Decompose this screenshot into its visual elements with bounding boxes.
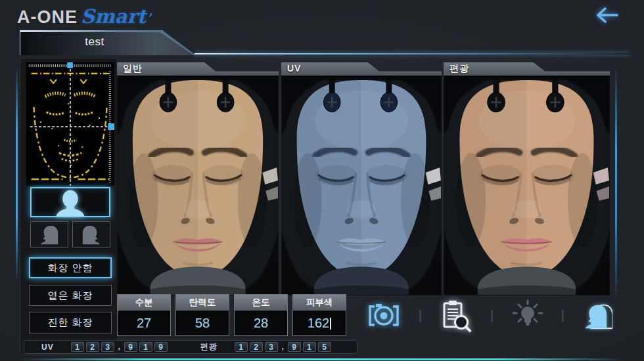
digit: 2 (86, 342, 99, 352)
bottom-glow-line (20, 358, 624, 360)
digit: 1 (71, 342, 84, 352)
brand-logo: A-ONE Smart ’ (17, 5, 153, 28)
digit: 3 (265, 342, 278, 352)
measurement-row: 수분 27 탄력도 58 온도 28 피부색 162 (117, 294, 346, 336)
panel-header-shape (281, 62, 442, 75)
panel-normal-label: 일반 (123, 63, 143, 75)
value-text: 27 (137, 316, 151, 331)
value-text: 28 (254, 316, 268, 331)
measure-skin-color: 피부색 162 (292, 294, 346, 336)
panel-uv: UV (281, 62, 442, 295)
right-profile-icon (80, 224, 103, 245)
front-face-icon (54, 188, 87, 217)
uv-readout-digits: 1 2 3 , 9 1 9 (71, 342, 168, 352)
a-one-smart-app: A-ONE Smart ’ test (0, 0, 644, 361)
toolbar-divider (562, 309, 564, 322)
face-profile-icon (582, 300, 612, 331)
value-text: 162 (308, 316, 329, 331)
action-toolbar (363, 295, 616, 336)
toolbar-divider (419, 309, 421, 322)
measure-temperature-label: 온도 (235, 295, 287, 311)
measure-temperature: 온도 28 (234, 294, 288, 336)
makeup-heavy-button[interactable]: 진한 화장 (29, 312, 112, 333)
makeup-none-button[interactable]: 화장 안함 (29, 257, 112, 278)
digit: 3 (101, 342, 114, 352)
panel-uv-label: UV (287, 63, 301, 74)
makeup-light-button[interactable]: 옅은 화장 (29, 285, 112, 306)
view-right-profile-button[interactable] (72, 221, 110, 247)
light-bulb-icon (512, 299, 543, 333)
light-button[interactable] (512, 299, 543, 333)
measure-elasticity-label: 탄력도 (176, 295, 229, 311)
measure-elasticity-value[interactable]: 58 (176, 311, 229, 335)
position-readout-strip: UV 1 2 3 , 9 1 9 편광 1 2 3 , 9 1 5 (24, 340, 357, 354)
panel-normal-header: 일반 (117, 62, 279, 75)
digit: 1 (235, 342, 248, 352)
digit: 9 (154, 342, 168, 352)
toolbar-divider (491, 309, 493, 322)
digit: 5 (318, 342, 331, 352)
photo-normal[interactable] (117, 75, 279, 295)
measure-moisture-label: 수분 (118, 295, 170, 311)
digit: 2 (250, 342, 263, 352)
measure-moisture: 수분 27 (117, 294, 171, 336)
tab-test-label[interactable]: test (20, 35, 170, 49)
view-left-profile-button[interactable] (30, 221, 68, 247)
measure-elasticity: 탄력도 58 (175, 294, 229, 336)
digit: 9 (288, 342, 301, 352)
back-arrow-icon[interactable] (593, 5, 621, 25)
camera-button[interactable] (367, 301, 401, 330)
left-glow-line (16, 66, 18, 282)
panel-polarized-label: 편광 (449, 63, 469, 75)
panel-normal: 일반 (117, 62, 279, 295)
digit: 9 (124, 342, 137, 352)
face-edge-map[interactable] (26, 62, 114, 186)
camera-icon (367, 301, 401, 330)
digit: 1 (303, 342, 316, 352)
photo-polarized[interactable] (444, 75, 610, 295)
digit-separator: , (280, 342, 286, 352)
right-slider-handle[interactable] (108, 123, 114, 130)
digit-separator: , (116, 342, 122, 352)
measure-moisture-value[interactable]: 27 (118, 311, 170, 335)
panel-polarized: 편광 (444, 62, 610, 295)
measure-temperature-value[interactable]: 28 (235, 311, 287, 335)
tab-divider-line (195, 53, 630, 54)
report-search-button[interactable] (440, 299, 472, 333)
left-profile-icon (37, 224, 61, 245)
digit: 1 (139, 342, 152, 352)
panel-uv-header: UV (281, 62, 442, 75)
polarized-readout-label: 편광 (200, 341, 218, 352)
text-cursor (330, 318, 331, 329)
face-analysis-button[interactable] (582, 300, 612, 331)
report-search-icon (440, 299, 472, 333)
photo-uv[interactable] (281, 75, 442, 295)
measure-skin-color-label: 피부색 (293, 295, 346, 311)
panel-polarized-header: 편광 (444, 62, 610, 75)
polarized-readout-digits: 1 2 3 , 9 1 5 (235, 342, 331, 352)
top-slider-handle[interactable] (67, 62, 73, 68)
view-front-button[interactable] (30, 187, 110, 217)
brand-smart: Smart (81, 5, 146, 28)
brand-a-one: A-ONE (17, 7, 78, 28)
value-text: 58 (195, 316, 210, 331)
measure-skin-color-input[interactable]: 162 (293, 311, 346, 335)
uv-readout-label: UV (41, 343, 54, 352)
right-glow-line (615, 66, 617, 302)
brand-mark: ’ (149, 11, 153, 26)
